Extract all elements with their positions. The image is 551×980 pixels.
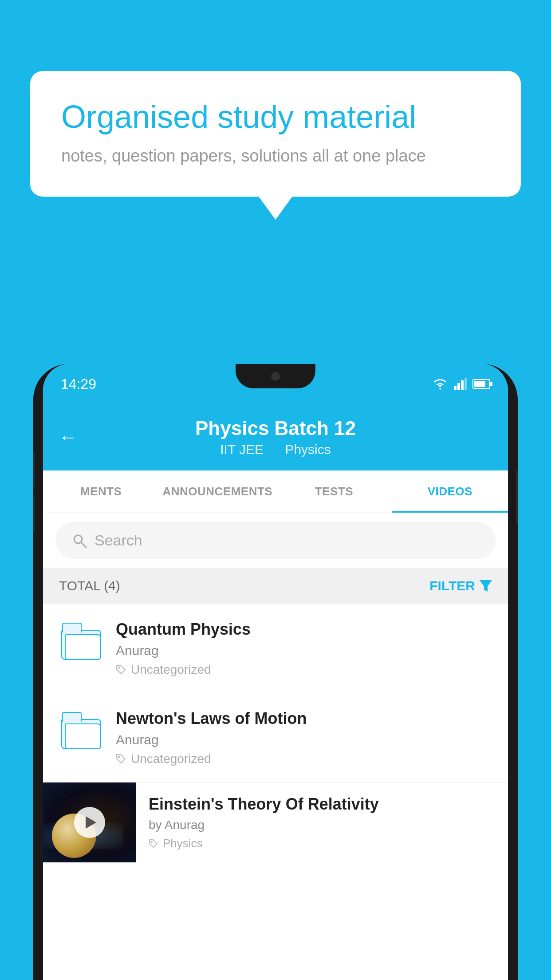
power-button[interactable] [516, 470, 518, 524]
svg-point-9 [151, 841, 152, 842]
video-tag-1: Uncategorized [116, 663, 492, 677]
video-author-2: Anurag [116, 732, 492, 747]
video-info-2: Newton's Laws of Motion Anurag Uncategor… [116, 709, 492, 766]
svg-point-7 [118, 667, 120, 668]
search-placeholder: Search [94, 532, 142, 549]
tag-icon [116, 664, 126, 675]
svg-rect-3 [464, 378, 467, 390]
list-item[interactable]: Newton's Laws of Motion Anurag Uncategor… [43, 693, 508, 782]
wifi-icon [432, 378, 449, 390]
filter-button[interactable]: FILTER [429, 578, 492, 593]
svg-point-8 [118, 756, 120, 758]
svg-rect-0 [454, 386, 457, 390]
volume-down-button[interactable] [33, 497, 35, 533]
status-time: 14:29 [61, 376, 96, 392]
video-author-1: Anurag [116, 643, 492, 658]
search-container: Search [43, 513, 508, 568]
svg-rect-2 [461, 380, 464, 390]
volume-up-button[interactable] [33, 453, 35, 488]
camera [271, 372, 280, 381]
tag-text-1: Uncategorized [131, 663, 211, 677]
folder-icon [61, 714, 101, 749]
status-icons [432, 378, 490, 390]
play-icon [86, 816, 96, 829]
filter-bar: TOTAL (4) FILTER [43, 568, 508, 604]
back-button[interactable]: ← [59, 427, 77, 448]
notch [236, 364, 315, 388]
filter-icon [480, 580, 492, 592]
tag-text-2: Uncategorized [131, 752, 211, 766]
video-thumbnail-2 [59, 709, 103, 754]
subtitle-tag1: IIT JEE [220, 442, 264, 457]
video-author-3: by Anurag [149, 818, 496, 832]
svg-line-5 [81, 542, 86, 547]
tag-icon [116, 754, 126, 764]
signal-icon [454, 378, 467, 390]
app-subtitle: IIT JEE Physics [216, 442, 335, 457]
video-title-2: Newton's Laws of Motion [116, 709, 492, 728]
speech-bubble-subtitle: notes, question papers, solutions all at… [61, 146, 490, 166]
video-title-3: Einstein's Theory Of Relativity [149, 795, 496, 814]
svg-rect-1 [457, 383, 460, 390]
folder-icon [61, 624, 101, 660]
video-list: Quantum Physics Anurag Uncategorized [43, 604, 508, 863]
tab-videos[interactable]: VIDEOS [392, 470, 508, 513]
video-tag-2: Uncategorized [116, 752, 492, 766]
video-tag-3: Physics [149, 837, 496, 850]
video-thumbnail-1 [59, 620, 103, 664]
filter-label: FILTER [429, 578, 475, 593]
tag-icon [149, 839, 158, 849]
einstein-thumbnail [43, 782, 136, 862]
video-info-1: Quantum Physics Anurag Uncategorized [116, 620, 492, 677]
list-item[interactable]: Einstein's Theory Of Relativity by Anura… [43, 782, 508, 863]
phone-frame: 14:29 [33, 364, 518, 980]
tab-tests[interactable]: TESTS [276, 470, 392, 513]
total-count: TOTAL (4) [59, 578, 120, 593]
app-header: ← Physics Batch 12 IIT JEE Physics [43, 404, 508, 470]
tag-text-3: Physics [163, 837, 203, 850]
status-bar: 14:29 [43, 364, 508, 404]
tab-ments[interactable]: MENTS [43, 470, 159, 513]
app-title: Physics Batch 12 [195, 417, 356, 439]
svg-marker-6 [480, 580, 492, 592]
search-bar[interactable]: Search [55, 522, 496, 559]
battery-icon [472, 379, 490, 389]
subtitle-tag2: Physics [285, 442, 331, 457]
speech-bubble: Organised study material notes, question… [30, 71, 521, 197]
video-title-1: Quantum Physics [116, 620, 492, 639]
play-button[interactable] [74, 807, 105, 838]
speech-bubble-title: Organised study material [61, 98, 490, 136]
phone-screen: 14:29 [43, 364, 508, 980]
tab-announcements[interactable]: ANNOUNCEMENTS [159, 470, 276, 513]
tabs-bar: MENTS ANNOUNCEMENTS TESTS VIDEOS [43, 470, 508, 513]
list-item[interactable]: Quantum Physics Anurag Uncategorized [43, 604, 508, 693]
search-icon [71, 533, 87, 549]
einstein-info: Einstein's Theory Of Relativity by Anura… [136, 782, 508, 863]
